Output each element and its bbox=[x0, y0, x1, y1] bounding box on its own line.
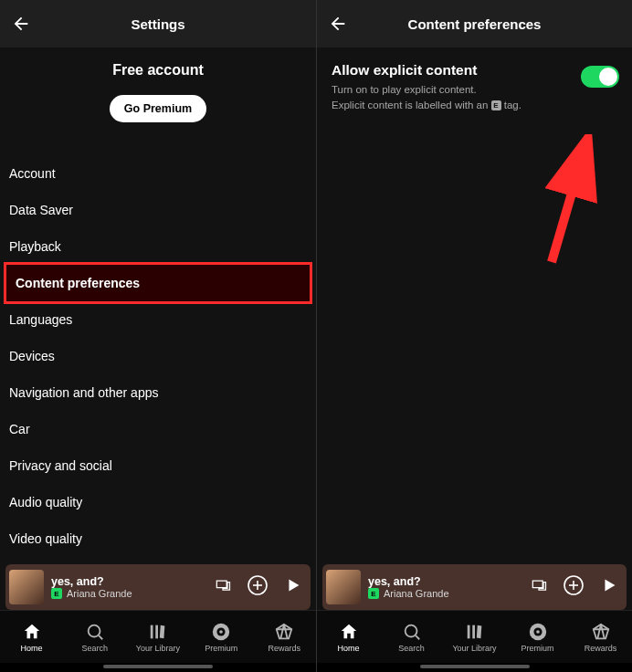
nav-item-home[interactable]: Home bbox=[321, 622, 376, 653]
nav-item-search[interactable]: Search bbox=[68, 622, 122, 653]
nav-item-search[interactable]: Search bbox=[384, 622, 439, 653]
artist-name: Ariana Grande bbox=[67, 588, 132, 599]
nav-item-premium[interactable]: Premium bbox=[194, 622, 248, 653]
svg-rect-5 bbox=[151, 625, 153, 638]
settings-screen: Settings Free account Go Premium Account… bbox=[0, 0, 316, 672]
settings-item-content-preferences[interactable]: Content preferences bbox=[4, 262, 312, 304]
content-preferences-screen: Content preferences Allow explicit conte… bbox=[316, 0, 632, 672]
play-icon[interactable] bbox=[599, 575, 619, 599]
back-icon[interactable] bbox=[11, 14, 31, 34]
bottom-nav: HomeSearchYour LibraryPremiumRewards bbox=[0, 610, 316, 663]
settings-item-car[interactable]: Car bbox=[0, 411, 316, 447]
now-playing-bar[interactable]: yes, and? E Ariana Grande bbox=[5, 564, 311, 610]
album-art bbox=[9, 570, 44, 604]
page-title: Content preferences bbox=[317, 16, 632, 32]
setting-description: Turn on to play explicit content. Explic… bbox=[332, 82, 617, 112]
nav-item-your-library[interactable]: Your Library bbox=[448, 622, 502, 653]
nav-item-premium[interactable]: Premium bbox=[511, 622, 565, 653]
settings-item-account[interactable]: Account bbox=[0, 155, 316, 192]
header: Settings bbox=[0, 0, 316, 47]
arrow-annotation-icon bbox=[533, 134, 606, 271]
now-playing-bar[interactable]: yes, and? E Ariana Grande bbox=[322, 564, 627, 610]
svg-line-15 bbox=[416, 635, 419, 639]
settings-item-video-quality[interactable]: Video quality bbox=[0, 520, 316, 557]
settings-item-storage[interactable]: Storage bbox=[0, 557, 316, 561]
go-premium-button[interactable]: Go Premium bbox=[110, 95, 206, 122]
page-title: Settings bbox=[0, 16, 316, 32]
nav-item-rewards[interactable]: Rewards bbox=[257, 622, 311, 653]
play-icon[interactable] bbox=[283, 575, 303, 599]
add-icon[interactable] bbox=[563, 574, 585, 600]
track-title: yes, and? bbox=[368, 575, 524, 588]
settings-item-navigation-and-other-apps[interactable]: Navigation and other apps bbox=[0, 374, 316, 411]
now-playing-info: yes, and? E Ariana Grande bbox=[51, 575, 208, 599]
home-indicator bbox=[103, 665, 213, 668]
devices-icon[interactable] bbox=[214, 576, 232, 598]
album-art bbox=[326, 570, 361, 604]
explicit-content-setting: Allow explicit content Turn on to play e… bbox=[317, 47, 632, 127]
nav-item-your-library[interactable]: Your Library bbox=[131, 622, 185, 653]
svg-line-10 bbox=[552, 143, 586, 262]
svg-point-3 bbox=[88, 625, 100, 636]
nav-item-home[interactable]: Home bbox=[5, 622, 59, 653]
settings-item-privacy-and-social[interactable]: Privacy and social bbox=[0, 447, 316, 484]
nav-item-rewards[interactable]: Rewards bbox=[574, 622, 628, 653]
track-title: yes, and? bbox=[51, 575, 208, 588]
add-icon[interactable] bbox=[247, 574, 269, 600]
explicit-tag-icon: E bbox=[51, 588, 62, 599]
svg-point-14 bbox=[405, 625, 416, 636]
settings-item-data-saver[interactable]: Data Saver bbox=[0, 192, 316, 228]
account-block: Free account Go Premium bbox=[0, 47, 316, 139]
back-icon[interactable] bbox=[328, 14, 348, 34]
settings-item-playback[interactable]: Playback bbox=[0, 228, 316, 265]
explicit-tag-icon: E bbox=[368, 588, 379, 599]
artist-name: Ariana Grande bbox=[384, 588, 449, 599]
setting-title: Allow explicit content bbox=[332, 62, 617, 79]
settings-item-devices[interactable]: Devices bbox=[0, 338, 316, 374]
svg-point-9 bbox=[219, 630, 223, 634]
settings-item-languages[interactable]: Languages bbox=[0, 301, 316, 338]
settings-list: AccountData SaverPlaybackContent prefere… bbox=[0, 155, 316, 561]
svg-line-4 bbox=[99, 635, 102, 639]
home-indicator bbox=[420, 665, 530, 668]
toggle-knob bbox=[599, 68, 617, 86]
explicit-content-toggle[interactable] bbox=[581, 66, 619, 88]
account-title: Free account bbox=[0, 62, 316, 79]
now-playing-info: yes, and? E Ariana Grande bbox=[368, 575, 524, 599]
devices-icon[interactable] bbox=[530, 576, 548, 598]
svg-rect-6 bbox=[155, 625, 158, 638]
svg-rect-17 bbox=[472, 625, 475, 638]
explicit-tag-icon: E bbox=[491, 100, 501, 110]
svg-rect-16 bbox=[467, 625, 469, 638]
header: Content preferences bbox=[317, 0, 632, 47]
bottom-nav: HomeSearchYour LibraryPremiumRewards bbox=[317, 610, 632, 663]
svg-point-20 bbox=[536, 630, 540, 634]
settings-item-audio-quality[interactable]: Audio quality bbox=[0, 484, 316, 520]
